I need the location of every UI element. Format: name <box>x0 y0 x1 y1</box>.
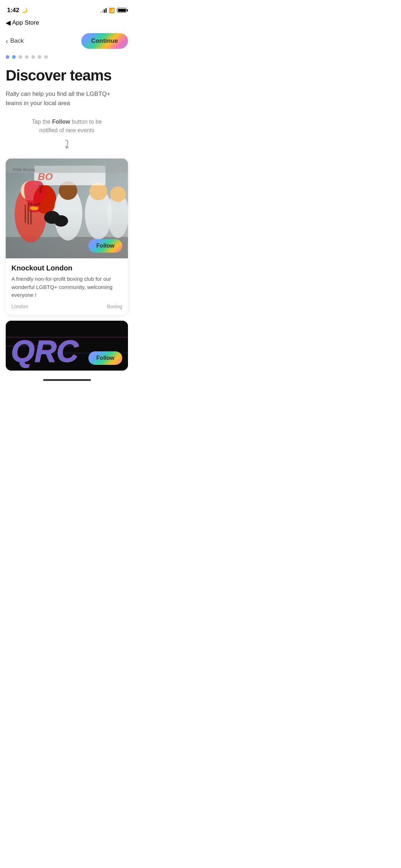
follow-button-card-2[interactable]: Follow <box>88 351 122 365</box>
status-time: 1:42 <box>7 7 19 14</box>
card-body-1: Knockout London A friendly non-for-profi… <box>6 258 128 315</box>
svg-text:QRC: QRC <box>11 335 79 368</box>
status-left: 1:42 🌙 <box>7 7 27 14</box>
club-location: London <box>11 304 28 309</box>
pagination-dot-7 <box>44 55 48 59</box>
moon-icon: 🌙 <box>21 7 27 13</box>
back-label: Back <box>10 37 24 45</box>
status-bar: 1:42 🌙 📶 <box>0 0 134 17</box>
second-card-bg: QRC QRC QRC Follow <box>6 321 128 371</box>
pagination-dot-6 <box>38 55 41 59</box>
card-footer: London Boxing <box>11 304 122 309</box>
status-right: 📶 <box>100 7 127 13</box>
app-store-label: App Store <box>12 19 39 26</box>
club-description: A friendly non-for-profit boxing club fo… <box>11 275 122 299</box>
curved-arrow-icon: ⤵ <box>63 138 71 152</box>
page-title: Discover teams <box>6 67 128 84</box>
pagination-dot-4 <box>25 55 29 59</box>
page-subtitle: Rally can help you find all the LGBTQ+ t… <box>6 89 128 108</box>
club-name: Knockout London <box>11 264 122 272</box>
home-indicator <box>0 376 134 382</box>
team-card-2-preview: QRC QRC QRC Follow <box>6 321 128 371</box>
app-store-back-arrow: ◀ <box>6 19 11 27</box>
hint-text: Tap the Follow button to benotified of n… <box>6 118 128 135</box>
home-bar <box>43 379 91 381</box>
continue-button[interactable]: Continue <box>81 33 128 49</box>
club-sport: Boxing <box>107 304 122 309</box>
follow-button-card-1[interactable]: Follow <box>88 239 122 253</box>
back-chevron-icon: ‹ <box>6 37 8 45</box>
pagination-dot-2 <box>12 55 16 59</box>
svg-rect-25 <box>6 337 128 338</box>
hint-follow-bold: Follow <box>52 119 70 125</box>
team-card-1: BO Pride Boxing Follow Knockout London A… <box>6 159 128 315</box>
back-button[interactable]: ‹ Back <box>6 37 24 45</box>
svg-rect-26 <box>6 346 77 346</box>
main-content: Discover teams Rally can help you find a… <box>0 67 134 371</box>
pagination-dot-5 <box>31 55 35 59</box>
battery-icon <box>117 8 127 12</box>
app-store-bar: ◀ App Store <box>0 17 134 30</box>
signal-icon <box>100 8 107 13</box>
card-image-container: BO Pride Boxing Follow <box>6 159 128 258</box>
pagination-dots <box>0 54 134 67</box>
nav-bar: ‹ Back Continue <box>0 30 134 54</box>
pagination-dot-3 <box>19 55 22 59</box>
pagination-dot-1 <box>6 55 9 59</box>
arrow-hint: ⤵ <box>6 138 128 151</box>
wifi-icon: 📶 <box>109 7 115 13</box>
